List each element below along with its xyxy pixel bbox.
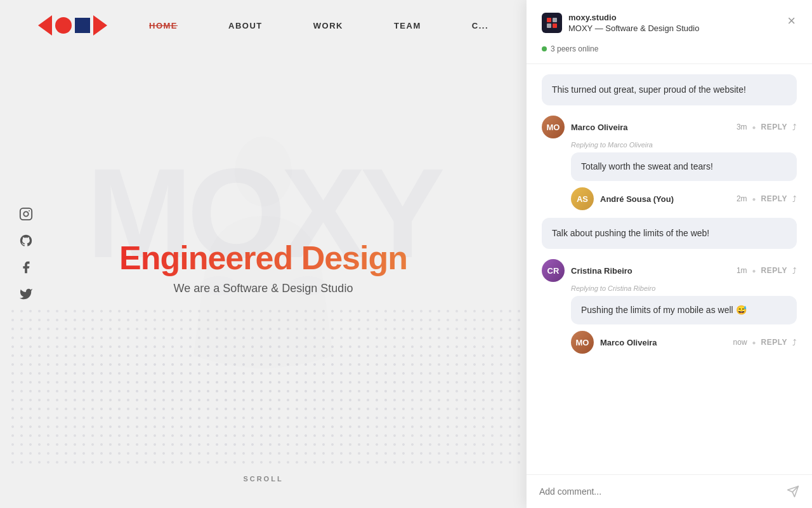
logo-square <box>75 18 90 33</box>
send-button[interactable] <box>787 485 799 498</box>
bullet-3: ● <box>752 267 756 274</box>
avatar-marco2: MO <box>571 331 594 354</box>
logo-triangle-right <box>93 15 107 36</box>
main-website: HOME ABOUT WORK TEAM C... <box>0 0 527 508</box>
share-icon-andre[interactable]: ⤴ <box>792 194 797 204</box>
svg-rect-8 <box>547 23 551 28</box>
comment-row-marco2: MO Marco Oliveira now ● REPLY ⤴ <box>571 331 797 354</box>
scroll-label: SCROLL <box>243 475 283 483</box>
comment-row-marco: MO Marco Oliveira 3m ● REPLY ⤴ <box>542 116 797 138</box>
comment-bubble-push: Talk about pushing the limits of the web… <box>542 218 797 249</box>
comment-row-cristina: CR Cristina Ribeiro 1m ● REPLY ⤴ <box>542 259 797 282</box>
peers-count: 3 peers online <box>551 44 598 53</box>
site-info-row: moxy.studio MOXY — Software & Design Stu… <box>542 13 699 33</box>
site-domain: moxy.studio <box>568 13 699 22</box>
reply-button-marco[interactable]: REPLY <box>761 123 787 131</box>
share-icon-marco[interactable]: ⤴ <box>792 123 797 132</box>
comments-area[interactable]: This turned out great, super proud of th… <box>527 64 812 474</box>
replying-to-cristina: Replying to Cristina Ribeiro <box>571 284 797 292</box>
reply-bubble-andre: Totally worth the sweat and tears! <box>571 152 797 181</box>
site-full-name: MOXY — Software & Design Studio <box>568 23 699 33</box>
comment-time-marco-val: 3m <box>737 123 747 131</box>
bullet-4: ● <box>752 339 756 346</box>
bullet-1: ● <box>752 124 756 131</box>
facebook-icon[interactable] <box>19 260 33 274</box>
hero-text: Engineered Design We are a Software & De… <box>119 239 407 295</box>
comment-input-area <box>527 474 812 508</box>
comment-input[interactable] <box>539 486 779 497</box>
reply-button-marco2[interactable]: REPLY <box>761 338 787 347</box>
comment-time-marco: 3m ● REPLY ⤴ <box>737 123 797 132</box>
panel-site-info: moxy.studio MOXY — Software & Design Stu… <box>542 13 699 53</box>
reply-thread-cristina: Replying to Cristina Ribeiro Pushing the… <box>571 284 797 324</box>
reply-button-andre[interactable]: REPLY <box>761 194 787 203</box>
replying-to-marco: Replying to Marco Oliveira <box>571 141 797 149</box>
svg-point-3 <box>235 137 292 206</box>
comment-time-cristina-val: 1m <box>737 266 747 275</box>
github-icon[interactable] <box>19 234 33 248</box>
reply-bubble-mobile: Pushing the limits of my mobile as well … <box>571 296 797 324</box>
reply-thread-marco: Replying to Marco Oliveira Totally worth… <box>571 141 797 181</box>
share-icon-cristina[interactable]: ⤴ <box>792 266 797 276</box>
nav-team[interactable]: TEAM <box>394 21 421 30</box>
comment-row-andre: AS André Sousa (You) 2m ● REPLY ⤴ <box>571 187 797 210</box>
logo[interactable] <box>38 15 107 36</box>
comment-time-andre-val: 2m <box>737 194 747 203</box>
reply-button-cristina[interactable]: REPLY <box>761 266 787 275</box>
peers-indicator <box>542 46 547 51</box>
avatar-marco: MO <box>542 116 565 138</box>
comment-time-marco2-val: now <box>733 338 747 347</box>
comment-meta-cristina: Cristina Ribeiro 1m ● REPLY ⤴ <box>571 266 797 276</box>
logo-triangle-left <box>38 15 52 36</box>
nav-links: HOME ABOUT WORK TEAM C... <box>149 21 488 30</box>
comment-author-marco: Marco Oliveira <box>571 123 628 132</box>
svg-point-1 <box>23 211 28 216</box>
svg-point-2 <box>29 210 30 211</box>
avatar-cristina: CR <box>542 259 565 282</box>
comment-bubble-solo: This turned out great, super proud of th… <box>542 74 797 105</box>
svg-rect-6 <box>547 18 551 22</box>
comment-panel: moxy.studio MOXY — Software & Design Stu… <box>527 0 812 508</box>
hero-subtitle: We are a Software & Design Studio <box>119 282 407 295</box>
close-panel-button[interactable]: × <box>786 13 797 29</box>
comment-time-marco2: now ● REPLY ⤴ <box>733 338 797 347</box>
share-icon-marco2[interactable]: ⤴ <box>792 338 797 347</box>
nav-home[interactable]: HOME <box>149 21 178 30</box>
nav-work[interactable]: WORK <box>313 21 343 30</box>
comment-time-cristina: 1m ● REPLY ⤴ <box>737 266 797 276</box>
peers-online: 3 peers online <box>542 39 699 53</box>
comment-author-cristina: Cristina Ribeiro <box>571 266 632 276</box>
comment-author-marco2: Marco Oliveira <box>600 338 657 347</box>
site-details: moxy.studio MOXY — Software & Design Stu… <box>568 13 699 33</box>
social-icons <box>19 207 33 301</box>
comment-meta-marco2: Marco Oliveira now ● REPLY ⤴ <box>600 338 797 347</box>
instagram-icon[interactable] <box>19 207 33 221</box>
svg-rect-0 <box>20 208 32 220</box>
comment-meta-marco: Marco Oliveira 3m ● REPLY ⤴ <box>571 123 797 132</box>
comment-meta-andre: André Sousa (You) 2m ● REPLY ⤴ <box>600 194 797 204</box>
site-favicon <box>542 13 562 33</box>
avatar-andre: AS <box>571 187 594 210</box>
twitter-icon[interactable] <box>19 287 33 301</box>
svg-rect-9 <box>553 23 557 28</box>
comment-time-andre: 2m ● REPLY ⤴ <box>737 194 797 204</box>
panel-header: moxy.studio MOXY — Software & Design Stu… <box>527 0 812 64</box>
hero-section: MOXY Engineered Design We are a Software… <box>0 0 527 508</box>
navbar: HOME ABOUT WORK TEAM C... <box>0 0 527 51</box>
hero-title: Engineered Design <box>119 239 407 277</box>
nav-about[interactable]: ABOUT <box>228 21 263 30</box>
bullet-2: ● <box>752 196 756 203</box>
logo-circle <box>55 17 72 34</box>
logo-shapes <box>38 15 107 36</box>
comment-author-andre: André Sousa (You) <box>600 194 674 204</box>
nav-contact[interactable]: C... <box>472 21 488 30</box>
svg-rect-7 <box>553 18 557 22</box>
